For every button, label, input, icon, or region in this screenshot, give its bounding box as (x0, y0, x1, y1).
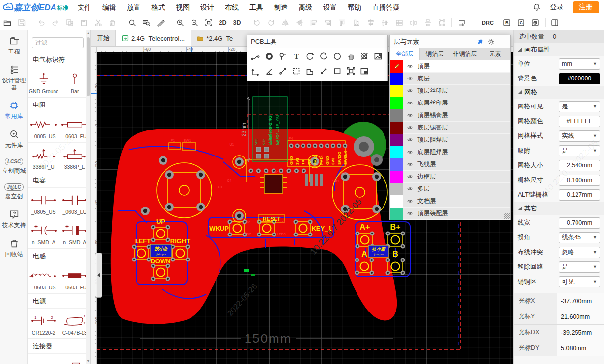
library-item[interactable]: 12 CR1220-2 (28, 308, 59, 338)
网格大小-input[interactable]: 2.540mm (559, 160, 600, 171)
library-item[interactable]: _0805_US (28, 112, 59, 142)
cross-probe-button[interactable] (154, 17, 167, 28)
layer-color-swatch[interactable] (390, 60, 403, 73)
library-item[interactable] (59, 353, 91, 364)
minimize-icon[interactable]: — (375, 37, 384, 46)
resize-handle[interactable] (504, 213, 510, 219)
paste-button[interactable] (77, 17, 90, 28)
layer-row-边框层[interactable]: 边框层 (390, 171, 510, 183)
align-table-button[interactable] (392, 17, 406, 28)
section-header-网格[interactable]: 网格 (514, 86, 604, 99)
layers-tab-铜箔层[interactable]: 铜箔层 (420, 48, 450, 60)
flip-vertical-button[interactable] (293, 17, 306, 28)
eye-icon[interactable] (403, 210, 417, 217)
library-section-title[interactable]: 电阻 (28, 97, 90, 112)
sidebar-item-嘉立创[interactable]: J@LC嘉立创 (0, 179, 28, 204)
library-section-title[interactable]: 电感 (28, 248, 90, 263)
layer-color-swatch[interactable] (390, 146, 403, 158)
library-section-title[interactable]: 电容 (28, 173, 90, 187)
cutout-tool[interactable] (358, 50, 371, 63)
eye-icon[interactable] (403, 185, 417, 192)
背景色-color-swatch[interactable]: #000000 (559, 73, 600, 84)
layers-tab-非铜箔层[interactable]: 非铜箔层 (450, 48, 480, 60)
栅格尺寸-input[interactable]: 0.100mm (559, 175, 600, 186)
tab-*2.4G_Te[interactable]: *2.4G_Te (191, 30, 239, 46)
library-item[interactable]: 12 C-047B-13 (59, 308, 91, 338)
align-bottom-button[interactable] (350, 17, 363, 28)
eye-icon[interactable] (403, 136, 417, 143)
library-item[interactable]: 3386P_E (59, 142, 91, 173)
menu-制造[interactable]: 制造 (269, 0, 293, 15)
scroll-down-icon[interactable]: ▼ (86, 358, 90, 364)
gerber-button[interactable]: G (515, 17, 528, 28)
menu-布线[interactable]: 布线 (220, 0, 244, 15)
layer-color-swatch[interactable] (390, 158, 403, 171)
单位-select[interactable]: mm▼ (559, 58, 600, 70)
sidebar-item-立创商城[interactable]: LCSC立创商城 (0, 153, 28, 179)
select-area-tool[interactable] (290, 64, 302, 78)
menu-格式[interactable]: 格式 (146, 0, 170, 15)
menu-视图[interactable]: 视图 (170, 0, 195, 15)
网格可见-select[interactable]: 是▼ (559, 101, 600, 112)
layer-color-swatch[interactable] (390, 122, 403, 134)
align-origin-tool[interactable] (345, 64, 357, 78)
sidebar-item-技术支持[interactable]: 技术支持 (0, 204, 28, 233)
menu-直播答疑[interactable]: 直播答疑 (367, 0, 405, 15)
layer-row-多层[interactable]: 多层 (390, 183, 510, 195)
layer-color-swatch[interactable] (390, 109, 403, 122)
pan-hand-tool[interactable] (345, 50, 357, 63)
ALT键栅格-input[interactable]: 0.127mm (559, 189, 600, 201)
library-item[interactable]: _0603_EU (59, 187, 91, 218)
layer-row-底层阻焊层[interactable]: 底层阻焊层 (390, 146, 510, 158)
arc-center-tool[interactable] (317, 50, 330, 63)
sidebar-item-元件库[interactable]: 元件库 (0, 124, 28, 153)
delete-button[interactable] (106, 17, 119, 28)
solid-region-tool[interactable] (303, 64, 316, 78)
copy-button[interactable] (63, 17, 76, 28)
library-item[interactable]: _0603_EU (59, 263, 91, 293)
layer-color-swatch[interactable] (390, 183, 403, 195)
text-tool[interactable]: T (290, 50, 302, 63)
zoom-out-button[interactable] (188, 17, 201, 28)
sidebar-item-设计管理器[interactable]: 设计管理器 (0, 59, 28, 95)
align-center-horizontal-button[interactable] (364, 17, 377, 28)
layer-row-飞线层[interactable]: 飞线层 (390, 158, 510, 171)
menu-编辑[interactable]: 编辑 (97, 0, 121, 15)
menu-设计[interactable]: 设计 (195, 0, 220, 15)
distribute-horizontal-button[interactable] (407, 17, 420, 28)
pad-tool[interactable] (276, 50, 289, 63)
scroll-up-icon[interactable]: ▲ (86, 30, 90, 36)
eye-icon[interactable] (403, 112, 417, 119)
eye-icon[interactable] (403, 100, 417, 106)
library-item[interactable]: GND Ground (28, 67, 59, 97)
circle-tool[interactable] (331, 50, 344, 63)
网格样式-select[interactable]: 实线▼ (559, 130, 600, 142)
measure-tool[interactable] (317, 64, 330, 78)
library-item[interactable]: _0603_EU (59, 112, 91, 142)
layer-row-顶层锡膏层[interactable]: 顶层锡膏层 (390, 109, 510, 122)
library-section-title[interactable]: 电源 (28, 293, 90, 308)
eye-icon[interactable] (403, 124, 417, 131)
library-section-title[interactable]: 连接器 (28, 338, 90, 353)
layer-color-swatch[interactable] (390, 134, 403, 146)
align-top-button[interactable] (335, 17, 349, 28)
arc-tool[interactable] (303, 50, 316, 63)
layer-row-文档层[interactable]: 文档层 (390, 195, 510, 208)
minimize-icon[interactable]: — (497, 37, 506, 46)
import-changes-button[interactable] (455, 17, 468, 28)
section-header-画布属性[interactable]: 画布属性 (514, 43, 604, 56)
section-header-其它[interactable]: 其它 (514, 202, 604, 215)
移除回路-select[interactable]: 是▼ (559, 261, 600, 273)
library-section-title[interactable]: 电气标识符 (28, 52, 90, 67)
layer-color-swatch[interactable] (390, 208, 403, 220)
tab-2.4G_Telecontrol...[interactable]: 2.4G_Telecontrol... (116, 30, 191, 46)
layer-color-swatch[interactable] (390, 97, 403, 109)
library-item[interactable]: _0805_US (28, 187, 59, 218)
layer-color-swatch[interactable] (390, 85, 403, 97)
login-link[interactable]: 登录 (550, 3, 564, 12)
layer-row-底层丝印层[interactable]: 底层丝印层 (390, 97, 510, 109)
angle-tool[interactable] (263, 64, 275, 78)
view-2d-button[interactable]: 2D (216, 17, 229, 28)
layer-row-底层[interactable]: 底层 (390, 73, 510, 85)
layers-tab-全部层[interactable]: 全部层 (390, 48, 420, 60)
